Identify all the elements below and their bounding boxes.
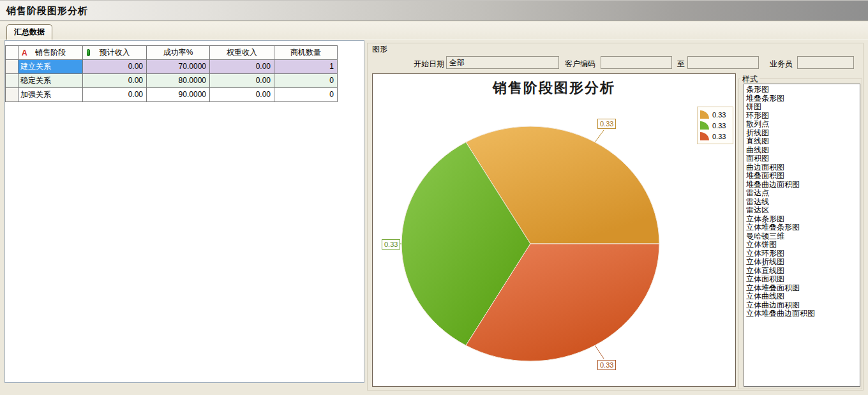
- weighted-income-cell: 0.00: [210, 60, 274, 74]
- style-list-item[interactable]: 立体面积图: [746, 275, 860, 284]
- row-selector-cell: [6, 74, 19, 88]
- style-list-item[interactable]: 直线图: [746, 137, 860, 146]
- start-date-input[interactable]: [446, 56, 559, 69]
- row-selector-header[interactable]: [6, 46, 19, 60]
- style-list-item[interactable]: 立体曲线图: [746, 292, 860, 301]
- page-title: 销售阶段图形分析: [6, 5, 88, 17]
- opportunity-count-cell: 1: [274, 60, 338, 74]
- to-label: 至: [677, 59, 685, 70]
- slice-value-label: 0.33: [382, 239, 400, 250]
- stage-cell: 稳定关系: [19, 74, 83, 88]
- style-list-item[interactable]: 立体直线图: [746, 267, 860, 276]
- legend-swatch-icon: [700, 121, 709, 130]
- success-rate-cell: 70.0000: [147, 60, 210, 74]
- table-row[interactable]: 加强关系 0.00 90.0000 0.00 0: [6, 88, 338, 102]
- pie-chart: [373, 74, 735, 386]
- weighted-income-cell: 0.00: [210, 74, 274, 88]
- expected-income-cell: 0.00: [83, 60, 147, 74]
- column-header-success-rate[interactable]: 成功率%: [147, 46, 210, 60]
- style-list-item[interactable]: 雷达线: [746, 198, 860, 207]
- opportunity-count-cell: 0: [274, 74, 338, 88]
- number-type-icon: [87, 49, 90, 56]
- summary-table-panel: A 销售阶段 预计收入 成功率% 权重收入 商机数量: [4, 40, 364, 383]
- chart-legend: 0.33 0.33 0.33: [697, 107, 733, 144]
- row-selector-cell: [6, 88, 19, 102]
- style-list-item[interactable]: 立体饼图: [746, 241, 860, 250]
- table-row[interactable]: 稳定关系 0.00 80.0000 0.00 0: [6, 74, 338, 88]
- chart-panel: 销售阶段图形分析 0.33 0.33 0.33 0.33 0.33 0.33: [372, 73, 736, 387]
- style-list-item[interactable]: 雷达区: [746, 206, 860, 215]
- style-list-item[interactable]: 立体堆叠曲边面积图: [746, 309, 860, 318]
- expected-income-cell: 0.00: [83, 88, 147, 102]
- slice-value-label: 0.33: [597, 360, 616, 370]
- salesman-input[interactable]: [797, 56, 854, 69]
- weighted-income-cell: 0.00: [210, 88, 274, 102]
- expected-income-cell: 0.00: [83, 74, 147, 88]
- customer-code-label: 客户编码: [565, 59, 595, 70]
- style-list-item[interactable]: 立体环形图: [746, 250, 860, 258]
- success-rate-cell: 90.0000: [147, 88, 210, 102]
- text-type-icon: A: [22, 47, 27, 59]
- table-header-row: A 销售阶段 预计收入 成功率% 权重收入 商机数量: [6, 46, 338, 60]
- style-list-item[interactable]: 面积图: [746, 154, 860, 163]
- style-list-item[interactable]: 立体堆叠面积图: [746, 284, 860, 293]
- tab-strip: 汇总数据: [0, 22, 868, 40]
- style-list-item[interactable]: 曲线图: [746, 146, 860, 155]
- customer-code-to-input[interactable]: [687, 56, 759, 69]
- style-list-item[interactable]: 立体折线图: [746, 258, 860, 267]
- sales-stage-table: A 销售阶段 预计收入 成功率% 权重收入 商机数量: [5, 45, 338, 102]
- style-list-item[interactable]: 立体曲边面积图: [746, 301, 860, 310]
- title-bar: 销售阶段图形分析: [0, 0, 868, 21]
- style-list-item[interactable]: 环形图: [746, 112, 860, 121]
- application-window: 销售阶段图形分析 汇总数据 A 销售阶段 预计收入 成功率%: [0, 0, 868, 395]
- tab-summary-data[interactable]: 汇总数据: [6, 24, 52, 40]
- row-selector-cell: [6, 60, 19, 74]
- column-header-stage[interactable]: A 销售阶段: [19, 46, 83, 60]
- graph-group-label: 图形: [371, 44, 389, 55]
- style-list-item[interactable]: 堆叠面积图: [746, 172, 860, 181]
- style-list-item[interactable]: 堆叠条形图: [746, 94, 860, 103]
- legend-entry: 0.33: [700, 109, 730, 120]
- chart-title: 销售阶段图形分析: [373, 78, 735, 98]
- legend-entry: 0.33: [700, 131, 730, 142]
- style-list-item[interactable]: 曼哈顿三维: [746, 232, 860, 241]
- legend-swatch-icon: [700, 132, 709, 140]
- column-header-opportunity-count[interactable]: 商机数量: [274, 46, 338, 60]
- column-header-weighted-income[interactable]: 权重收入: [210, 46, 274, 60]
- style-list-item[interactable]: 条形图: [746, 86, 860, 94]
- style-list-item[interactable]: 散列点: [746, 120, 860, 129]
- style-list-item[interactable]: 堆叠曲边面积图: [746, 181, 860, 190]
- opportunity-count-cell: 0: [274, 88, 338, 102]
- style-list-item[interactable]: 雷达点: [746, 189, 860, 198]
- start-date-label: 开始日期: [414, 59, 444, 70]
- slice-value-label: 0.33: [597, 119, 616, 129]
- column-header-expected-income[interactable]: 预计收入: [83, 46, 147, 60]
- style-list-item[interactable]: 饼图: [746, 103, 860, 112]
- label-connector: [595, 345, 604, 359]
- customer-code-input[interactable]: [601, 56, 672, 69]
- success-rate-cell: 80.0000: [147, 74, 210, 88]
- style-list-item[interactable]: 立体堆叠条形图: [746, 223, 860, 232]
- style-list-item[interactable]: 曲边面积图: [746, 163, 860, 172]
- chart-style-listbox: 条形图堆叠条形图饼图环形图散列点折线图直线图曲线图面积图曲边面积图堆叠面积图堆叠…: [744, 84, 860, 387]
- stage-cell: 加强关系: [19, 88, 83, 102]
- table-row[interactable]: 建立关系 0.00 70.0000 0.00 1: [6, 60, 338, 74]
- legend-entry: 0.33: [700, 120, 730, 131]
- stage-cell: 建立关系: [19, 60, 83, 74]
- salesman-label: 业务员: [770, 59, 793, 70]
- legend-swatch-icon: [700, 110, 709, 119]
- style-list-item[interactable]: 立体条形图: [746, 215, 860, 224]
- label-connector: [595, 130, 604, 142]
- style-list-item[interactable]: 折线图: [746, 129, 860, 138]
